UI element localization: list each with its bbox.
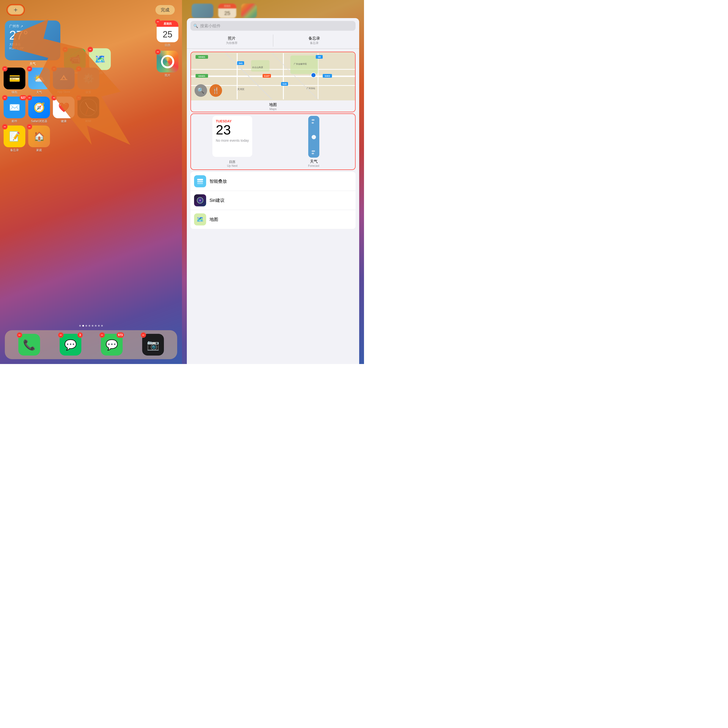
page-dot-active (82, 325, 84, 327)
bg-photos-widget (241, 4, 257, 18)
search-placeholder: 搜索小组件 (200, 23, 220, 29)
widgets-row: TUESDAY 23 No more events today 日历 Up Ne… (190, 113, 356, 170)
photos-icon (157, 51, 178, 72)
dock-messages[interactable]: – 💬 973 (101, 334, 122, 356)
wallet-app[interactable]: – 💳 钱包 (4, 67, 25, 94)
home-label: 家庭 (36, 148, 42, 152)
minus-badge: – (27, 66, 32, 72)
maps2-icon: 🗺️ (194, 213, 206, 225)
dock-wechat[interactable]: – 💬 3 (60, 334, 81, 356)
calendar-app[interactable]: – 星期四 25 日历 (157, 20, 178, 47)
facetime-icon: 📹 (64, 48, 86, 70)
apps-row3: – ✉️ 527 邮件 – 🧭 Safari浏览器 – ❤️ 健康 – (4, 96, 99, 123)
svg-rect-34 (197, 181, 203, 182)
minus-badge: – (99, 332, 105, 338)
minus-badge: – (155, 19, 161, 24)
dock: – 📞 – 💬 3 – 💬 973 – 📷 (5, 330, 177, 359)
right-panel: 星期四 25 🔍 搜索小组件 照片 为你推荐 备忘录 备忘录 (182, 0, 364, 364)
fw-dot (312, 135, 316, 139)
cal-widget-wrapper: TUESDAY 23 No more events today 日历 Up Ne… (193, 116, 272, 168)
notes-label: 备忘录 (10, 148, 19, 152)
dock-phone[interactable]: – 📞 (18, 334, 40, 356)
photos-label: 照片 (165, 73, 170, 78)
map-widget-container[interactable]: G0421 S8 S41 G107 G0421 S15 S303 广东金融学院 … (190, 52, 356, 112)
weather-temp: 27° (9, 29, 56, 41)
minus-badge: – (63, 47, 68, 52)
weather-range: H:34° L:29° (9, 47, 56, 50)
maps-icon: 🗺️ (89, 48, 111, 70)
map-widget: G0421 S8 S41 G107 G0421 S15 S303 广东金融学院 … (191, 52, 355, 100)
smartstack-label: 智能叠放 (210, 178, 227, 184)
top-bar: + 完成 (0, 0, 182, 20)
weather-forecast-widget[interactable] (308, 116, 319, 158)
weather-widget[interactable]: 广州市 ↗ 27° 大部多云 H:34° L:29° (5, 20, 60, 60)
bg-cal-widget: 星期四 25 (218, 4, 236, 18)
settings-icon: ⚙️ (78, 67, 99, 89)
weather-app[interactable]: – ⛅ 天气 (28, 67, 50, 94)
done-button[interactable]: 完成 (156, 5, 175, 15)
apps-row4: – 📝 备忘录 – 🏠 家庭 (4, 125, 50, 152)
settings-label: 设置 (86, 90, 91, 94)
svg-text:G107: G107 (264, 75, 269, 77)
fw-lines-top (312, 119, 316, 124)
minus-badge: – (88, 47, 93, 52)
svg-point-38 (199, 200, 201, 201)
cal-label-zh: 日历 (227, 160, 237, 164)
search-bar[interactable]: 🔍 搜索小组件 (190, 21, 356, 31)
wallet-icon: 💳 (4, 67, 25, 89)
cal-label-en: Up Next (227, 164, 237, 168)
svg-rect-33 (197, 179, 203, 180)
map-overlay-icons: 🔍 🍴 (194, 84, 222, 97)
sug-photos-sub: 为你推荐 (226, 41, 237, 45)
list-item-maps[interactable]: 🗺️ 地图 (190, 210, 356, 229)
clock-app[interactable]: – 时钟 (78, 96, 99, 123)
safari-app[interactable]: – 🧭 Safari浏览器 (28, 96, 50, 123)
settings-app[interactable]: – ⚙️ 设置 (78, 67, 99, 94)
weather-label-zh: 天气 (308, 159, 319, 164)
add-widget-button[interactable]: + (7, 5, 24, 15)
page-dot (89, 325, 90, 327)
notes-icon: 📝 (4, 125, 25, 147)
search-icon: 🔍 (193, 24, 198, 28)
svg-rect-35 (197, 183, 203, 184)
apps-row2: – 💳 钱包 – ⛅ 天气 – App Store (4, 67, 99, 94)
home-app[interactable]: – 🏠 家庭 (28, 125, 50, 152)
sug-notes-sub: 备忘录 (310, 41, 319, 45)
list-item-siri[interactable]: Siri建议 (190, 191, 356, 210)
dock-camera[interactable]: – 📷 (142, 334, 164, 356)
minus-badge: – (155, 49, 161, 55)
minus-badge: – (17, 332, 22, 338)
svg-text:S41: S41 (239, 62, 243, 64)
suggestion-photos[interactable]: 照片 为你推荐 (190, 35, 273, 47)
fw-line (312, 122, 314, 124)
widget-list: 智能叠放 Siri建议 🗺️ 地图 (190, 172, 356, 229)
page-dot (86, 325, 87, 327)
page-dot (101, 325, 103, 327)
notes-app[interactable]: – 📝 备忘录 (4, 125, 25, 152)
suggestion-notes[interactable]: 备忘录 备忘录 (273, 35, 356, 47)
sug-photos-title: 照片 (228, 36, 236, 41)
minus-badge: – (27, 95, 32, 100)
minus-badge: – (2, 124, 8, 129)
svg-rect-13 (251, 60, 270, 72)
list-item-smartstack[interactable]: 智能叠放 (190, 172, 356, 191)
map-restaurant-btn[interactable]: 🍴 (210, 84, 222, 97)
health-app[interactable]: – ❤️ 健康 (53, 96, 75, 123)
fw-line (312, 119, 315, 121)
top-right-apps: – 星期四 25 日历 – 照片 (157, 20, 178, 78)
left-panel: + 完成 广州市 ↗ 27° 大部多云 H:34° L:29° 天气 – 星期四… (0, 0, 182, 364)
photos-app[interactable]: – 照片 (157, 51, 178, 78)
fw-line (312, 153, 314, 154)
appstore-app[interactable]: – App Store (53, 67, 75, 94)
map-search-btn[interactable]: 🔍 (194, 84, 207, 97)
minus-badge: – (2, 66, 8, 72)
appstore-label: App Store (57, 90, 70, 94)
minus-badge: – (27, 124, 32, 129)
bg-weather-widget (192, 4, 213, 18)
weather-city: 广州市 ↗ (9, 24, 56, 29)
map-title-zh: 地图 (191, 102, 355, 107)
calendar-widget[interactable]: TUESDAY 23 No more events today (213, 116, 252, 157)
mail-app[interactable]: – ✉️ 527 邮件 (4, 96, 25, 123)
plus-icon: + (14, 6, 18, 14)
cal-date: 23 (216, 123, 249, 137)
